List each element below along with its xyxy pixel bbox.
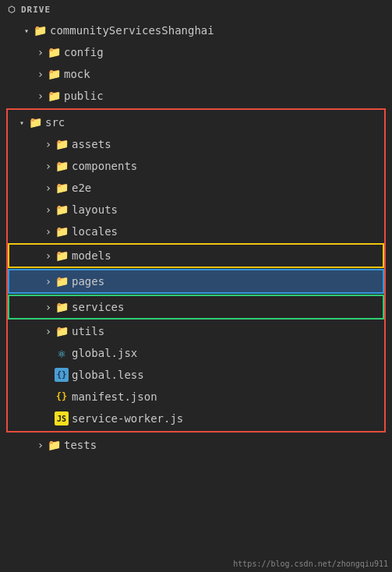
chevron-icon [16, 116, 28, 129]
folder-label: locales [72, 225, 384, 238]
file-label: service-worker.js [72, 412, 384, 425]
folder-icon: 📁 [47, 45, 61, 59]
folder-label: models [72, 249, 383, 262]
folder-icon: 📁 [55, 249, 69, 263]
folder-label: utils [72, 325, 384, 337]
drive-header: ⬡ DRIVE [0, 0, 392, 19]
folder-pages-wrapper: 📁 pages [8, 269, 384, 294]
folder-label: config [64, 46, 392, 58]
chevron-icon [42, 160, 55, 172]
file-global-jsx[interactable]: ⚛ global.jsx [8, 342, 384, 364]
chevron-icon [34, 46, 47, 58]
drive-title: DRIVE [21, 5, 51, 15]
folder-icon: 📁 [47, 67, 61, 81]
chevron-icon [42, 275, 55, 288]
folder-e2e[interactable]: 📁 e2e [8, 177, 384, 199]
folder-label: public [64, 90, 392, 102]
folder-tests[interactable]: 📁 tests [0, 434, 392, 456]
folder-mock[interactable]: 📁 mock [0, 63, 392, 85]
folder-label: tests [64, 439, 392, 451]
folder-label: e2e [72, 182, 384, 194]
folder-utils[interactable]: 📁 utils [8, 320, 384, 342]
folder-label: layouts [72, 203, 384, 216]
chevron-icon [20, 24, 33, 37]
chevron-icon [42, 249, 55, 262]
folder-components[interactable]: 📁 components [8, 155, 384, 177]
chevron-icon [42, 225, 55, 238]
less-icon: {} [55, 368, 69, 382]
folder-label: assets [72, 138, 384, 150]
chevron-icon [34, 439, 47, 451]
folder-label: mock [64, 68, 392, 80]
folder-icon: 📁 [47, 438, 61, 452]
chevron-icon [42, 325, 55, 337]
file-service-worker[interactable]: JS service-worker.js [8, 408, 384, 429]
root-folder-label: communityServicesShanghai [50, 24, 392, 37]
folder-label: components [72, 160, 384, 172]
chevron-icon [42, 301, 55, 313]
folder-icon: 📁 [55, 203, 69, 217]
folder-icon: 📁 [55, 300, 69, 314]
folder-icon: 📁 [28, 115, 42, 129]
folder-locales[interactable]: 📁 locales [8, 221, 384, 242]
folder-icon: 📁 [55, 159, 69, 173]
folder-label: services [72, 301, 383, 313]
folder-icon: 📁 [47, 89, 61, 103]
file-explorer: ⬡ DRIVE 📁 communityServicesShanghai 📁 co… [0, 0, 392, 572]
chevron-icon [42, 182, 55, 194]
root-folder[interactable]: 📁 communityServicesShanghai [0, 19, 392, 41]
jsx-icon: ⚛ [55, 346, 69, 360]
drive-icon: ⬡ [8, 5, 16, 15]
folder-assets[interactable]: 📁 assets [8, 133, 384, 155]
folder-icon: 📁 [55, 181, 69, 195]
folder-services-wrapper: 📁 services [8, 295, 384, 320]
folder-services[interactable]: 📁 services [9, 296, 383, 318]
folder-models-wrapper: 📁 models [8, 243, 384, 268]
folder-pages[interactable]: 📁 pages [9, 270, 383, 292]
file-label: global.jsx [72, 347, 384, 359]
chevron-icon [42, 138, 55, 150]
url-text: https://blog.csdn.net/zhongqiu911 [233, 560, 388, 568]
chevron-icon [34, 68, 47, 80]
folder-icon: 📁 [33, 23, 47, 37]
url-watermark: https://blog.csdn.net/zhongqiu911 [233, 560, 388, 568]
folder-config[interactable]: 📁 config [0, 41, 392, 63]
folder-icon: 📁 [55, 137, 69, 151]
folder-public[interactable]: 📁 public [0, 85, 392, 107]
folder-icon: 📁 [55, 224, 69, 238]
file-manifest-json[interactable]: {} manifest.json [8, 386, 384, 408]
folder-icon: 📁 [55, 274, 69, 288]
file-label: manifest.json [72, 390, 384, 403]
folder-src[interactable]: 📁 src [8, 111, 384, 133]
folder-label: pages [72, 275, 383, 288]
chevron-icon [34, 90, 47, 102]
file-label: global.less [72, 369, 384, 381]
folder-icon: 📁 [55, 324, 69, 338]
chevron-icon [42, 203, 55, 216]
folder-models[interactable]: 📁 models [9, 245, 383, 267]
json-icon: {} [55, 390, 69, 404]
file-global-less[interactable]: {} global.less [8, 364, 384, 386]
folder-layouts[interactable]: 📁 layouts [8, 199, 384, 221]
js-icon: JS [55, 411, 69, 425]
src-section: 📁 src 📁 assets 📁 components 📁 e2e 📁 layo… [6, 108, 386, 433]
folder-label: src [45, 116, 384, 129]
